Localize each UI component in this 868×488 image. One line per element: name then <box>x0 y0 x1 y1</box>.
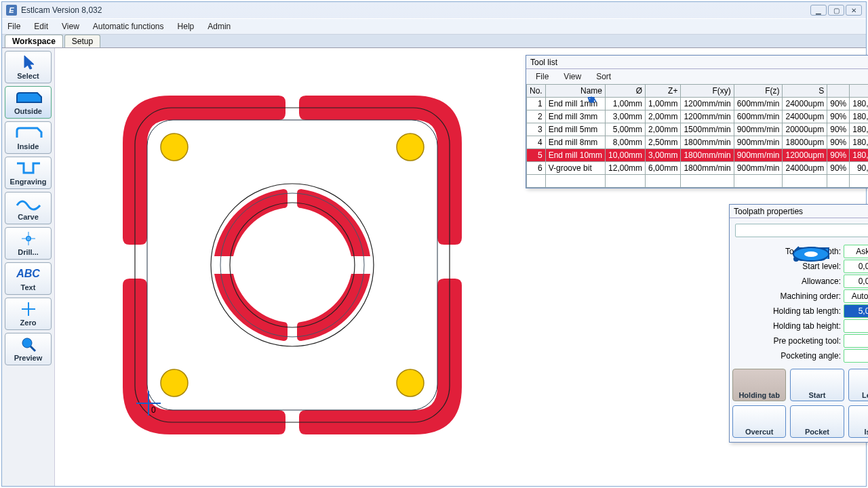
col-header[interactable] <box>827 85 850 98</box>
prop-value[interactable]: 5,00mm <box>844 304 868 318</box>
tool-inside[interactable]: Inside <box>5 121 52 154</box>
mode-label: Lead in <box>862 391 868 399</box>
table-row[interactable]: 4End mill 8mm8,00mm2,50mm1800mm/min900mm… <box>527 136 869 149</box>
prop-value[interactable]: Ask later <box>844 245 868 258</box>
col-header[interactable]: F(xy) <box>681 85 734 98</box>
tool-label: Engraving <box>10 178 47 186</box>
svg-point-5 <box>22 338 32 348</box>
col-header[interactable] <box>850 85 868 98</box>
svg-point-9 <box>211 184 374 346</box>
tl-menu-file[interactable]: File <box>536 72 549 81</box>
tool-list-table[interactable]: No. Name Ø Z+ F(xy) F(z) S 1End mill 1mm… <box>526 84 868 188</box>
mode-label: Start <box>808 391 825 399</box>
tool-label: Select <box>17 72 39 80</box>
tool-list-title: Tool list <box>530 58 557 67</box>
drawing-canvas[interactable]: 0 Tool list ✕ File View Sort No. Name Ø … <box>55 48 866 486</box>
tool-engraving[interactable]: Engraving <box>5 157 52 189</box>
tool-zero[interactable]: Zero <box>5 298 52 330</box>
menu-automatic[interactable]: Automatic functions <box>93 22 164 31</box>
tool-select[interactable]: Select <box>5 51 52 83</box>
mode-label: Holding tab <box>738 391 780 399</box>
cursor-icon <box>14 54 43 70</box>
mode-island-button[interactable]: Island <box>848 405 868 438</box>
svg-line-6 <box>31 346 35 351</box>
preview-icon <box>14 336 43 352</box>
title-bar: E Estlcam Version 8,032 ▁ ▢ ✕ <box>2 2 866 18</box>
col-header[interactable]: S <box>783 85 827 98</box>
menu-help[interactable]: Help <box>178 22 195 31</box>
prop-value[interactable]: Full <box>844 319 868 333</box>
inside-icon <box>14 125 43 141</box>
table-row[interactable]: 3End mill 5mm5,00mm2,00mm1500mm/min900mm… <box>527 123 869 136</box>
table-row[interactable]: 5End mill 10mm10,00mm3,00mm1800mm/min900… <box>527 149 869 162</box>
table-row-empty[interactable] <box>527 175 869 188</box>
close-button[interactable]: ✕ <box>846 5 862 16</box>
prop-value[interactable]: 0,00mm <box>844 260 868 273</box>
tool-outside[interactable]: Outside <box>5 86 52 119</box>
tool-label: Outside <box>14 107 42 115</box>
col-header[interactable]: F(z) <box>734 85 783 98</box>
prop-value[interactable] <box>844 334 868 348</box>
prop-row: Machining order:Automatic▲▼ <box>732 289 868 304</box>
drill-icon <box>14 230 43 247</box>
prop-value[interactable]: Automatic <box>844 289 868 303</box>
window-title: Estlcam Version 8,032 <box>21 5 806 15</box>
zero-icon <box>14 301 43 317</box>
mode-start-button[interactable]: Start <box>790 369 844 401</box>
menu-admin[interactable]: Admin <box>208 22 231 31</box>
mode-label: Pocket <box>805 428 829 436</box>
toolpath-search-input[interactable] <box>735 224 868 237</box>
menu-edit[interactable]: Edit <box>34 22 48 31</box>
toolpath-properties-panel: Toolpath properties ✕ Toolpath depth:Ask… <box>729 204 868 443</box>
mode-pocket-button[interactable]: Pocket <box>790 405 844 438</box>
tab-workspace[interactable]: Workspace <box>5 35 63 47</box>
tool-label: Drill... <box>18 248 39 256</box>
maximize-button[interactable]: ▢ <box>828 5 844 16</box>
mode-holding-tab-button[interactable]: Holding tab <box>732 369 786 401</box>
tool-drill[interactable]: Drill... <box>5 227 52 260</box>
prop-value[interactable]: 0,00mm <box>844 274 868 288</box>
svg-point-27 <box>804 251 818 257</box>
prop-value[interactable]: 0 <box>844 349 868 363</box>
tab-setup[interactable]: Setup <box>64 35 100 47</box>
prop-row: Allowance:0,00mm▲▼ <box>732 274 868 289</box>
app-icon: E <box>6 5 17 16</box>
table-row[interactable]: 6V-groove bit12,00mm6,00mm1800mm/min900m… <box>527 162 869 175</box>
col-header[interactable]: Name <box>545 85 605 98</box>
menu-file[interactable]: File <box>7 22 20 31</box>
prop-row: Pre pocketing tool:▲▼ <box>732 333 868 348</box>
svg-point-14 <box>161 369 188 396</box>
prop-label: Pocketing angle: <box>732 351 841 361</box>
tl-menu-sort[interactable]: Sort <box>596 72 611 81</box>
prop-label: Allowance: <box>732 277 841 286</box>
tool-text[interactable]: ABCText <box>5 262 52 295</box>
tool-label: Preview <box>14 354 43 362</box>
mode-overcut-button[interactable]: Overcut <box>732 405 786 438</box>
mode-lead-in-button[interactable]: Lead in <box>848 369 868 401</box>
tl-menu-view[interactable]: View <box>564 72 581 81</box>
menu-bar: File Edit View Automatic functions Help … <box>2 18 866 35</box>
table-row[interactable]: 2End mill 3mm3,00mm2,00mm1200mm/min600mm… <box>527 110 869 123</box>
col-header[interactable]: Ø <box>606 85 646 98</box>
tool-label: Zero <box>20 319 37 327</box>
svg-text:0: 0 <box>151 405 156 415</box>
prop-row: Pocketing angle:0▲▼ <box>732 348 868 363</box>
minimize-button[interactable]: ▁ <box>810 5 827 16</box>
mode-label: Island <box>864 428 868 436</box>
tool-preview[interactable]: Preview <box>5 333 52 365</box>
tool-carve[interactable]: Carve <box>5 192 52 224</box>
tool-toolbar: SelectOutsideInsideEngravingCarveDrill..… <box>2 48 55 486</box>
carve-icon <box>14 195 43 211</box>
tab-bar: Workspace Setup <box>2 35 866 48</box>
col-header[interactable]: Z+ <box>646 85 681 98</box>
menu-view[interactable]: View <box>62 22 79 31</box>
col-header[interactable]: No. <box>527 85 546 98</box>
toolpath-props-title: Toolpath properties <box>734 207 803 216</box>
svg-point-15 <box>397 369 424 396</box>
prop-label: Pre pocketing tool: <box>732 336 841 346</box>
mode-label: Overcut <box>745 428 774 436</box>
tool-label: Text <box>21 283 36 291</box>
svg-point-13 <box>397 134 424 161</box>
table-row[interactable]: 1End mill 1mm1,00mm1,00mm1200mm/min600mm… <box>527 98 869 110</box>
text-icon: ABC <box>14 266 43 282</box>
